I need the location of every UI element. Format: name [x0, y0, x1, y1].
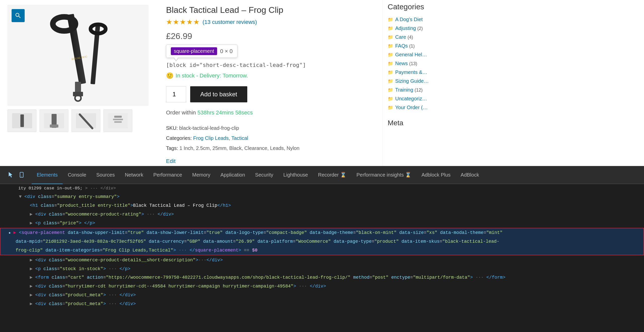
thumbnail-3[interactable] [71, 109, 100, 132]
code-line-h1[interactable]: <h1 class="product_title entry-title">Bl… [0, 201, 644, 210]
sidebar-category-9[interactable]: 📁 Training (12) [388, 86, 478, 94]
tab-recorder-label: Recorder ⌛ [318, 172, 346, 178]
reviews-link[interactable]: (13 customer reviews) [203, 19, 257, 25]
tab-security[interactable]: Security [250, 166, 278, 184]
sidebar-cat-label-4: FAQs (1) [395, 43, 415, 49]
sidebar-cat-label-10: Uncategoriz… [395, 96, 427, 102]
edit-link[interactable]: Edit [166, 156, 372, 167]
selected-code-block[interactable]: ● ▶ <square-placement data-show-upper-li… [0, 228, 644, 255]
categories-label: Categories: [166, 135, 192, 141]
right-sidebar: Categories 📁 A Dog's Diet 📁 Adjusting (2… [382, 0, 483, 166]
tab-network[interactable]: Network [120, 166, 148, 184]
sidebar-cat-label-9: Training (12) [395, 87, 423, 93]
category-link-1[interactable]: Frog Clip Leads [193, 135, 229, 141]
code-line-square-placement-1[interactable]: ● ▶ <square-placement data-show-upper-li… [1, 228, 643, 237]
cursor-icon-btn[interactable] [6, 170, 16, 180]
order-within: Order within 538hrs 24mins 58secs [166, 109, 372, 116]
code-line-rating[interactable]: ▶ <div class="woocommerce-product-rating… [0, 210, 644, 219]
thumbnail-2[interactable] [39, 109, 68, 132]
category-link-2[interactable]: Tactical [231, 135, 248, 141]
devtools-icon-group [3, 170, 30, 180]
tab-application[interactable]: Application [215, 166, 250, 184]
categories-title: Categories [388, 3, 478, 11]
sidebar-category-4[interactable]: 📁 FAQs (1) [388, 42, 478, 50]
sku-value-text: black-tactical-lead-frog-clip [179, 125, 239, 131]
in-stock-status: 🙂 In stock - Delivery: Tomorrow. [166, 72, 372, 79]
tab-performance-insights[interactable]: Performance insights ⌛ [351, 166, 416, 184]
sidebar-category-7[interactable]: 📁 Payments &… [388, 68, 478, 77]
devtools-code-panel: ity 01299 case in-out-05; > ··· </div> ▼… [0, 184, 644, 332]
tab-sources-label: Sources [96, 172, 115, 178]
devtools-panel: Elements Console Sources Network Perform… [0, 166, 644, 332]
sidebar-cat-label-7: Payments &… [395, 69, 427, 75]
thumbnail-4[interactable] [103, 109, 132, 132]
folder-icon-2: 📁 [388, 26, 393, 31]
svg-rect-17 [113, 119, 123, 120]
folder-icon-3: 📁 [388, 34, 393, 40]
page-area: REGAL DOG [0, 0, 644, 166]
tooltip-tag: square-placement [171, 47, 217, 55]
folder-icon-1: 📁 [388, 17, 393, 22]
sidebar-cat-label-8: Sizing Guide… [395, 78, 429, 84]
sidebar-category-2[interactable]: 📁 Adjusting (2) [388, 24, 478, 33]
magnify-button[interactable] [12, 9, 25, 22]
folder-icon-11: 📁 [388, 105, 393, 110]
meta-title: Meta [388, 119, 478, 127]
sidebar-cat-label-6: News (13) [395, 61, 417, 66]
tab-network-label: Network [125, 172, 143, 178]
sidebar-category-10[interactable]: 📁 Uncategoriz… [388, 94, 478, 103]
code-line-form-cart[interactable]: ▶ <form class="cart" action="https://woo… [0, 273, 644, 282]
folder-icon-8: 📁 [388, 78, 393, 84]
product-title: Black Tactical Lead – Frog Clip [166, 5, 372, 15]
tooltip-bubble: square-placement 0 × 0 [166, 45, 237, 58]
tab-adblock[interactable]: AdBlock [456, 166, 484, 184]
code-line-hurrytimer[interactable]: ▶ <div class="hurrytimer-cdt hurrytimer-… [0, 282, 644, 291]
product-meta: SKU: black-tactical-lead-frog-clip Categ… [166, 123, 372, 167]
product-price: £26.99 [166, 31, 372, 41]
tab-console[interactable]: Console [63, 166, 91, 184]
code-line-div-summary[interactable]: ▼ <div class="summary entry-summary"> [0, 192, 644, 201]
add-to-basket-button[interactable]: Add to basket [190, 86, 247, 102]
tab-security-label: Security [255, 172, 273, 178]
code-line-extra: ▶ <div class="product_meta"> ··· </div> [0, 300, 644, 308]
code-line-stock[interactable]: ▶ <p class="stock in-stock"> ··· </p> [0, 265, 644, 273]
star-rating: ★★★★★ [166, 18, 200, 26]
sidebar-category-1[interactable]: 📁 A Dog's Diet [388, 15, 478, 24]
tags-row: Tags: 1 Inch, 2.5cm, 25mm, Black, Cleara… [166, 143, 372, 153]
tab-adblock-plus-label: Adblock Plus [421, 172, 451, 178]
devtools-tab-bar: Elements Console Sources Network Perform… [0, 166, 644, 184]
tab-performance[interactable]: Performance [148, 166, 187, 184]
sidebar-category-11[interactable]: 📁 Your Order (… [388, 103, 478, 112]
sidebar-cat-label-2: Adjusting (2) [395, 25, 423, 31]
sidebar-category-5[interactable]: 📁 General Hel… [388, 50, 478, 59]
tab-elements[interactable]: Elements [32, 166, 63, 184]
smiley-icon: 🙂 [166, 72, 174, 79]
code-line-price[interactable]: ▶ <p class="price"> </p> [0, 219, 644, 228]
tab-sources[interactable]: Sources [91, 166, 120, 184]
order-time: 538hrs 24mins 58secs [197, 109, 253, 116]
in-stock-text: In stock - Delivery: Tomorrow. [176, 72, 248, 79]
folder-icon-6: 📁 [388, 61, 393, 66]
tab-recorder[interactable]: Recorder ⌛ [313, 166, 351, 184]
svg-rect-12 [50, 124, 58, 128]
tab-console-label: Console [68, 172, 86, 178]
tab-memory[interactable]: Memory [187, 166, 215, 184]
sidebar-category-8[interactable]: 📁 Sizing Guide… [388, 77, 478, 86]
sku-row: SKU: black-tactical-lead-frog-clip [166, 123, 372, 133]
svg-rect-16 [114, 116, 122, 118]
tab-elements-label: Elements [37, 172, 58, 178]
sidebar-cat-label-5: General Hel… [395, 52, 427, 58]
tab-lighthouse[interactable]: Lighthouse [278, 166, 313, 184]
folder-icon-4: 📁 [388, 43, 393, 49]
sidebar-category-6[interactable]: 📁 News (13) [388, 59, 478, 68]
thumbnail-1[interactable] [8, 109, 36, 132]
code-line-short-desc[interactable]: ▶ <div class="woocommerce-product-detail… [0, 256, 644, 265]
block-id-text: [block id="short-desc-tactical-lead-frog… [166, 62, 372, 68]
tab-adblock-plus[interactable]: Adblock Plus [416, 166, 456, 184]
quantity-input[interactable] [166, 86, 186, 102]
sku-label: SKU: [166, 125, 178, 131]
code-line-square-placement-2: data-mpid="21d01292-3aed-4e39-882a-0c73e… [1, 237, 643, 246]
sidebar-category-3[interactable]: 📁 Care (4) [388, 33, 478, 42]
mobile-icon-btn[interactable] [17, 170, 27, 180]
code-line-product-meta[interactable]: ▶ <div class="product_meta"> ··· </div> [0, 291, 644, 300]
